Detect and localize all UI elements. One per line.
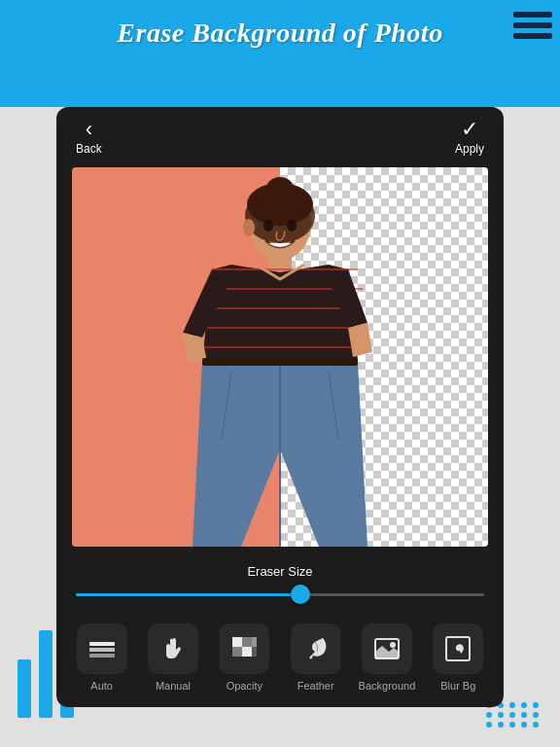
manual-label: Manual xyxy=(156,680,191,692)
svg-point-3 xyxy=(266,177,294,200)
deco-bar-1 xyxy=(18,659,31,718)
slider-fill xyxy=(76,593,300,596)
tool-background[interactable]: Background xyxy=(358,623,416,692)
eraser-size-label: Eraser Size xyxy=(76,564,484,579)
svg-rect-14 xyxy=(89,654,115,658)
deco-stripe-1 xyxy=(513,12,552,18)
svg-rect-8 xyxy=(202,358,358,366)
svg-rect-18 xyxy=(242,647,252,657)
deco-stripe-3 xyxy=(513,33,552,39)
tool-auto[interactable]: Auto xyxy=(73,623,131,692)
app-title: Erase Background of Photo xyxy=(0,18,560,49)
svg-point-10 xyxy=(287,220,297,231)
back-button[interactable]: ‹ Back xyxy=(76,119,102,156)
svg-rect-15 xyxy=(232,637,242,647)
svg-rect-19 xyxy=(252,637,257,647)
svg-rect-13 xyxy=(89,648,115,652)
app-card: ‹ Back ✓ Apply xyxy=(56,107,504,707)
svg-rect-12 xyxy=(89,642,115,646)
svg-rect-17 xyxy=(232,647,242,657)
background-icon-box xyxy=(362,623,412,674)
opacity-icon-box xyxy=(219,623,269,674)
person-image xyxy=(72,167,488,547)
manual-icon-box xyxy=(148,623,198,674)
tool-manual[interactable]: Manual xyxy=(144,623,202,692)
nav-bar: ‹ Back ✓ Apply xyxy=(56,107,504,163)
feather-icon-box xyxy=(291,623,341,674)
slider-thumb[interactable] xyxy=(291,585,310,604)
apply-label: Apply xyxy=(455,142,484,156)
blur-bg-icon-box xyxy=(433,623,483,674)
apply-icon: ✓ xyxy=(461,119,478,140)
back-label: Back xyxy=(76,142,102,156)
eraser-slider[interactable] xyxy=(76,585,484,604)
eraser-section: Eraser Size xyxy=(56,556,504,616)
deco-stripe-2 xyxy=(513,22,552,28)
slider-track xyxy=(76,593,484,596)
tool-blur-bg[interactable]: Blur Bg xyxy=(429,623,487,692)
feather-label: Feather xyxy=(298,680,334,692)
opacity-label: Opacity xyxy=(227,680,262,692)
tool-opacity[interactable]: Opacity xyxy=(215,623,273,692)
auto-label: Auto xyxy=(90,680,113,692)
auto-icon-box xyxy=(77,623,127,674)
tool-bar: Auto Manual xyxy=(56,616,504,692)
deco-stripes-top-right xyxy=(513,12,552,39)
canvas-area[interactable] xyxy=(72,167,488,547)
svg-point-11 xyxy=(243,219,255,236)
tool-feather[interactable]: Feather xyxy=(287,623,345,692)
svg-point-22 xyxy=(390,642,396,648)
svg-rect-16 xyxy=(242,637,252,647)
svg-rect-20 xyxy=(252,647,257,657)
blur-bg-label: Blur Bg xyxy=(440,680,475,692)
deco-bar-2 xyxy=(39,630,52,718)
svg-point-9 xyxy=(263,220,273,231)
apply-button[interactable]: ✓ Apply xyxy=(455,119,484,156)
background-label: Background xyxy=(359,680,416,692)
back-icon: ‹ xyxy=(86,119,92,140)
header-background xyxy=(0,0,560,107)
